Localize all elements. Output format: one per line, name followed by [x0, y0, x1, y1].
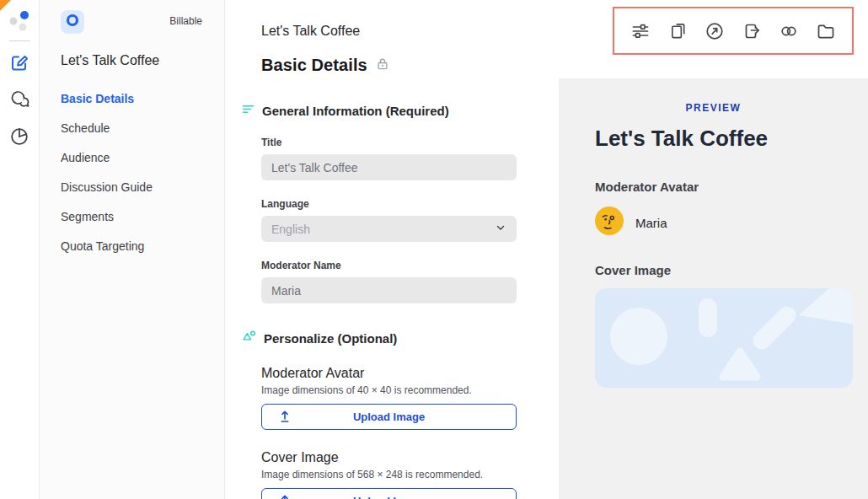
page-title: Basic Details [261, 56, 367, 75]
copy-icon[interactable] [667, 20, 689, 42]
section-title-general: General Information (Required) [262, 104, 449, 118]
chevron-down-icon [495, 222, 506, 236]
title-field-label: Title [261, 137, 517, 148]
nav-item-audience[interactable]: Audience [61, 151, 202, 164]
upload-icon [277, 409, 292, 427]
abstract-shapes-icon [595, 288, 853, 388]
nav-item-quota-targeting[interactable]: Quota Targeting [61, 239, 202, 253]
project-sidebar: Billable Let's Talk Coffee Basic Details… [40, 0, 225, 499]
preview-title: Let's Talk Coffee [595, 126, 868, 152]
align-left-lines-icon [242, 103, 255, 119]
nav-item-basic-details[interactable]: Basic Details [61, 92, 202, 105]
upload-cover-button[interactable]: Upload Image [261, 488, 517, 499]
breadcrumb: Let's Talk Coffee [261, 24, 517, 39]
moderator-avatar-upload-label: Moderator Avatar [261, 366, 364, 380]
nav-item-segments[interactable]: Segments [61, 210, 202, 223]
action-toolbar [613, 7, 854, 55]
moderator-name-input[interactable] [261, 277, 517, 303]
compose-icon[interactable] [8, 52, 30, 74]
conversations-icon[interactable] [8, 89, 30, 110]
language-select[interactable]: English [261, 216, 517, 242]
nav-item-schedule[interactable]: Schedule [61, 121, 202, 135]
billable-label: Billable [169, 15, 202, 27]
nav-item-discussion-guide[interactable]: Discussion Guide [61, 180, 202, 194]
preview-badge: PREVIEW [559, 102, 868, 114]
upload-avatar-button[interactable]: Upload Image [261, 404, 517, 430]
icon-rail [0, 0, 40, 499]
section-title-personalize: Personalize (Optional) [264, 331, 397, 346]
avatar [595, 207, 624, 239]
app-window: Billable Let's Talk Coffee Basic Details… [0, 0, 868, 499]
pie-chart-icon[interactable] [8, 125, 30, 147]
preview-cover-image-label: Cover Image [595, 263, 868, 277]
cover-image-upload-hint: Image dimensions of 568 × 248 is recomme… [261, 469, 517, 480]
title-input[interactable] [261, 154, 517, 180]
upload-icon [277, 493, 292, 499]
moderator-name-field-label: Moderator Name [261, 260, 517, 271]
preview-moderator-avatar-label: Moderator Avatar [595, 180, 868, 194]
folder-icon[interactable] [815, 20, 837, 42]
sliders-icon[interactable] [630, 20, 651, 42]
rail-divider [9, 40, 30, 41]
project-title: Let's Talk Coffee [61, 53, 202, 68]
logo-dots-icon [7, 8, 32, 37]
shapes-icon [242, 330, 256, 347]
export-icon[interactable] [741, 20, 763, 42]
circle-outline-icon [61, 8, 84, 35]
cover-image-placeholder [595, 288, 853, 388]
link-icon[interactable] [778, 20, 800, 42]
language-field-label: Language [261, 198, 517, 210]
lock-icon [375, 56, 390, 75]
project-badge [61, 10, 84, 34]
moderator-avatar-upload-hint: Image dimensions of 40 × 40 is recommend… [261, 384, 517, 396]
cover-image-upload-label: Cover Image [261, 450, 339, 464]
compass-arrow-icon[interactable] [704, 20, 726, 42]
basic-details-form: General Information (Required) Title Lan… [261, 103, 517, 499]
preview-panel: PREVIEW Let's Talk Coffee Moderator Avat… [559, 78, 868, 499]
project-nav: Basic Details Schedule Audience Discussi… [61, 92, 202, 253]
moderator-avatar-row: Maria [595, 207, 868, 239]
preview-moderator-name: Maria [635, 216, 667, 230]
